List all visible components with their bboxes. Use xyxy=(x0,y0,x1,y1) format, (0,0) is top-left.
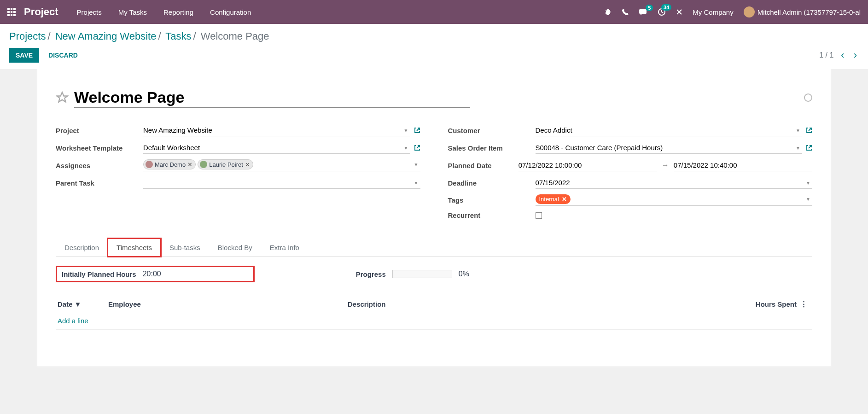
kebab-icon[interactable]: ⋮ xyxy=(797,300,810,308)
form-card: Project ▼ Worksheet Template ▼ Assignees… xyxy=(37,69,831,367)
company-switcher[interactable]: My Company xyxy=(693,8,733,16)
nav-projects[interactable]: Projects xyxy=(77,8,102,16)
add-line-button[interactable]: Add a line xyxy=(56,312,812,330)
star-icon[interactable] xyxy=(56,91,69,104)
planned-hours-value[interactable]: 20:00 xyxy=(143,270,161,278)
recurrent-checkbox[interactable] xyxy=(536,212,542,219)
activity-badge: 34 xyxy=(661,4,671,11)
tag-internal: Internal✕ xyxy=(536,194,571,204)
label-progress: Progress xyxy=(356,270,386,278)
breadcrumb: Projects/ New Amazing Website/ Tasks/ We… xyxy=(9,30,859,42)
pager-text: 1 / 1 xyxy=(819,51,833,59)
external-link-icon[interactable] xyxy=(806,127,812,134)
action-bar: SAVE DISCARD 1 / 1 ‹ › xyxy=(9,48,859,69)
progress-group: Progress 0% xyxy=(356,266,469,282)
deadline-field[interactable] xyxy=(536,177,813,189)
tab-extra-info[interactable]: Extra Info xyxy=(261,239,308,256)
pager-prev[interactable]: ‹ xyxy=(839,49,846,61)
remove-icon[interactable]: ✕ xyxy=(187,161,192,168)
label-assignees: Assignees xyxy=(56,162,143,169)
planned-end-field[interactable] xyxy=(674,159,812,171)
planned-start-field[interactable] xyxy=(518,159,657,171)
so-item-field[interactable] xyxy=(536,142,803,154)
pager: 1 / 1 ‹ › xyxy=(819,49,859,61)
label-planned-hours: Initially Planned Hours xyxy=(62,270,136,278)
label-deadline: Deadline xyxy=(448,179,536,187)
worksheet-field[interactable] xyxy=(143,142,410,154)
chat-badge: 5 xyxy=(646,5,653,11)
pager-next[interactable]: › xyxy=(852,49,859,61)
activity-icon[interactable]: 34 xyxy=(658,8,666,16)
sort-desc-icon: ▼ xyxy=(75,300,82,308)
label-customer: Customer xyxy=(448,127,536,134)
external-link-icon[interactable] xyxy=(806,145,812,151)
crumb-projects[interactable]: Projects xyxy=(9,30,46,42)
tags-field[interactable]: Internal✕ ▼ xyxy=(536,194,813,206)
tab-sub-tasks[interactable]: Sub-tasks xyxy=(161,239,209,256)
app-brand[interactable]: Project xyxy=(24,6,58,18)
task-title-input[interactable] xyxy=(74,87,470,108)
label-project: Project xyxy=(56,127,143,134)
subheader: Projects/ New Amazing Website/ Tasks/ We… xyxy=(0,24,868,69)
tab-description[interactable]: Description xyxy=(56,239,108,256)
parent-task-field[interactable] xyxy=(143,177,420,189)
user-menu[interactable]: Mitchell Admin (17357797-15-0-al xyxy=(744,6,861,17)
avatar xyxy=(744,6,755,17)
label-so-item: Sales Order Item xyxy=(448,144,536,152)
crumb-tasks[interactable]: Tasks xyxy=(165,30,191,42)
progress-value: 0% xyxy=(459,270,469,278)
topbar: Project Projects My Tasks Reporting Conf… xyxy=(0,0,868,24)
customer-field[interactable] xyxy=(536,124,803,136)
tabs: Description Timesheets Sub-tasks Blocked… xyxy=(56,239,812,257)
nav-my-tasks[interactable]: My Tasks xyxy=(118,8,147,16)
stage-indicator[interactable] xyxy=(804,93,812,102)
timesheet-table-head: Date ▼ Employee Description Hours Spent … xyxy=(56,296,812,312)
progress-bar xyxy=(392,270,452,278)
label-parent-task: Parent Task xyxy=(56,179,143,187)
nav-links: Projects My Tasks Reporting Configuratio… xyxy=(77,8,251,16)
caret-icon: ▼ xyxy=(414,162,419,167)
remove-icon[interactable]: ✕ xyxy=(245,161,250,168)
col-description[interactable]: Description xyxy=(348,300,737,308)
crumb-new-amazing[interactable]: New Amazing Website xyxy=(55,30,157,42)
arrow-right-icon: → xyxy=(662,161,669,169)
col-hours-spent[interactable]: Hours Spent xyxy=(737,300,797,308)
label-recurrent: Recurrent xyxy=(448,211,536,219)
nav-configuration[interactable]: Configuration xyxy=(210,8,251,16)
discard-button[interactable]: DISCARD xyxy=(48,52,78,59)
crumb-current: Welcome Page xyxy=(201,30,269,42)
bug-icon[interactable] xyxy=(604,8,612,16)
assignee-tag: Marc Demo✕ xyxy=(143,159,196,169)
close-icon[interactable] xyxy=(676,9,682,15)
col-employee[interactable]: Employee xyxy=(108,300,348,308)
tab-content: Initially Planned Hours 20:00 Progress 0… xyxy=(56,257,812,330)
tab-timesheets[interactable]: Timesheets xyxy=(108,239,161,257)
user-name: Mitchell Admin (17357797-15-0-al xyxy=(757,8,861,16)
label-tags: Tags xyxy=(448,196,536,204)
remove-icon[interactable]: ✕ xyxy=(562,196,567,203)
save-button[interactable]: SAVE xyxy=(9,48,39,63)
tab-blocked-by[interactable]: Blocked By xyxy=(209,239,261,256)
assignee-tag: Laurie Poiret✕ xyxy=(198,159,253,169)
nav-reporting[interactable]: Reporting xyxy=(163,8,193,16)
assignees-field[interactable]: Marc Demo✕ Laurie Poiret✕ ▼ xyxy=(143,159,420,171)
external-link-icon[interactable] xyxy=(414,145,420,151)
topbar-right: 5 34 My Company Mitchell Admin (17357797… xyxy=(604,6,861,17)
label-worksheet: Worksheet Template xyxy=(56,144,143,152)
messaging-icon[interactable]: 5 xyxy=(639,8,647,16)
phone-icon[interactable] xyxy=(622,8,629,16)
apps-icon[interactable] xyxy=(7,8,16,16)
planned-hours-group: Initially Planned Hours 20:00 xyxy=(56,266,255,282)
external-link-icon[interactable] xyxy=(414,127,420,134)
project-field[interactable] xyxy=(143,124,410,136)
col-date[interactable]: Date ▼ xyxy=(58,300,108,308)
label-planned-date: Planned Date xyxy=(448,162,518,169)
caret-icon: ▼ xyxy=(806,197,810,202)
